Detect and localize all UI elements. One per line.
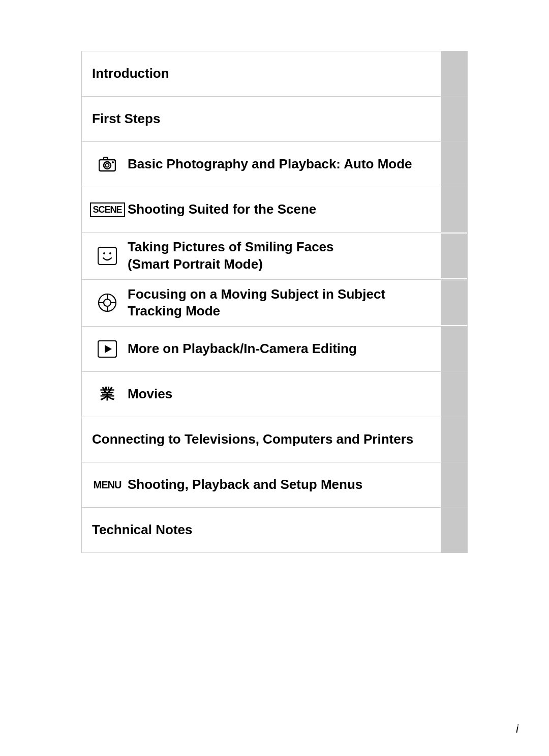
toc-row-inner: First Steps: [82, 97, 441, 141]
svg-marker-15: [105, 345, 112, 353]
toc-row-inner: Connecting to Televisions, Computers and…: [82, 417, 441, 462]
svg-point-2: [106, 164, 109, 167]
row-label-playback-editing: More on Playback/In-Camera Editing: [128, 340, 431, 358]
toc-row-connecting[interactable]: Connecting to Televisions, Computers and…: [81, 417, 468, 462]
row-label-introduction: Introduction: [92, 65, 431, 82]
toc-row-menus[interactable]: MENU Shooting, Playback and Setup Menus: [81, 462, 468, 507]
scene-icon: SCENE: [92, 202, 123, 217]
toc-row-first-steps[interactable]: First Steps: [81, 96, 468, 141]
toc-row-inner: MENU Shooting, Playback and Setup Menus: [82, 462, 441, 507]
row-label-movies: Movies: [128, 386, 431, 403]
svg-point-1: [104, 162, 111, 169]
row-label-connecting: Connecting to Televisions, Computers and…: [92, 431, 431, 448]
toc-container: Introduction First Steps: [81, 51, 468, 553]
page-number: i: [516, 722, 518, 736]
toc-row-technical-notes[interactable]: Technical Notes: [81, 507, 468, 553]
row-label-technical-notes: Technical Notes: [92, 521, 431, 539]
tab-accent: [441, 417, 467, 462]
toc-row-shooting-scene[interactable]: SCENE Shooting Suited for the Scene: [81, 187, 468, 232]
menu-icon: MENU: [92, 479, 123, 491]
tab-accent: [441, 51, 467, 96]
page-container: Introduction First Steps: [0, 0, 549, 756]
toc-row-inner: 業 Movies: [82, 372, 441, 417]
row-label-smiling-faces: Taking Pictures of Smiling Faces(Smart P…: [128, 239, 431, 273]
row-label-subject-tracking: Focusing on a Moving Subject in SubjectT…: [128, 286, 431, 321]
toc-row-inner: Taking Pictures of Smiling Faces(Smart P…: [82, 232, 441, 279]
toc-row-inner: Introduction: [82, 51, 441, 96]
camera-icon: [92, 157, 123, 172]
svg-point-7: [109, 252, 111, 254]
tab-accent: [441, 462, 467, 507]
toc-row-smiling-faces[interactable]: Taking Pictures of Smiling Faces(Smart P…: [81, 232, 468, 279]
tab-accent: [441, 234, 467, 278]
toc-row-subject-tracking[interactable]: Focusing on a Moving Subject in SubjectT…: [81, 279, 468, 327]
toc-row-movies[interactable]: 業 Movies: [81, 371, 468, 417]
toc-row-playback-editing[interactable]: More on Playback/In-Camera Editing: [81, 326, 468, 371]
row-label-basic-photography: Basic Photography and Playback: Auto Mod…: [128, 156, 431, 173]
svg-point-4: [112, 161, 114, 163]
tab-accent: [441, 327, 467, 371]
toc-row-inner: SCENE Shooting Suited for the Scene: [82, 187, 441, 232]
row-label-first-steps: First Steps: [92, 110, 431, 128]
toc-row-basic-photography[interactable]: Basic Photography and Playback: Auto Mod…: [81, 141, 468, 187]
toc-row-introduction[interactable]: Introduction: [81, 51, 468, 96]
toc-row-inner: Focusing on a Moving Subject in SubjectT…: [82, 280, 441, 327]
playback-icon: [92, 340, 123, 358]
tab-accent: [441, 187, 467, 232]
svg-point-9: [104, 299, 111, 306]
movies-icon: 業: [92, 385, 123, 404]
svg-rect-3: [104, 157, 108, 160]
svg-rect-5: [98, 247, 116, 265]
toc-row-inner: More on Playback/In-Camera Editing: [82, 327, 441, 371]
toc-row-inner: Basic Photography and Playback: Auto Mod…: [82, 142, 441, 187]
tab-accent: [441, 97, 467, 141]
tab-accent: [441, 372, 467, 417]
tab-accent: [441, 142, 467, 187]
tab-accent: [441, 508, 467, 553]
toc-row-inner: Technical Notes: [82, 508, 441, 553]
tab-accent: [441, 280, 467, 325]
svg-point-6: [103, 252, 105, 254]
smile-icon: [92, 247, 123, 265]
tracking-icon: [92, 293, 123, 312]
row-label-shooting-scene: Shooting Suited for the Scene: [128, 201, 431, 218]
row-label-menus: Shooting, Playback and Setup Menus: [128, 476, 431, 493]
